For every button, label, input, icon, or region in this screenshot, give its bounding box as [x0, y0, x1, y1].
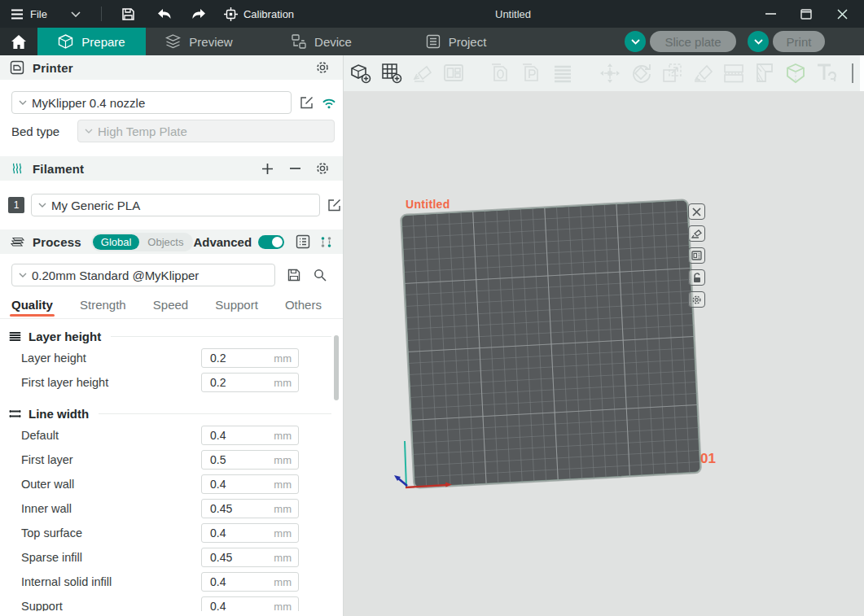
bed-type-value: High Temp Plate [98, 125, 187, 138]
print-options-button[interactable] [748, 31, 769, 52]
support-paint-icon[interactable] [752, 61, 777, 85]
tab-project-label: Project [449, 35, 487, 49]
param-row: Sparse infill 0.45 mm [0, 545, 343, 570]
delete-plate-icon[interactable] [688, 203, 705, 220]
add-filament-icon[interactable] [260, 161, 274, 176]
print-button[interactable]: Print [773, 31, 825, 52]
lock-plate-icon[interactable] [688, 269, 705, 286]
process-tabs: Quality Strength Speed Support Others [0, 293, 343, 319]
support-line-width-input[interactable]: 0.4 mm [201, 596, 299, 611]
internal-solid-infill-line-width-input[interactable]: 0.4 mm [201, 572, 299, 592]
top-surface-line-width-input[interactable]: 0.4 mm [201, 523, 299, 543]
first-layer-height-input[interactable]: 0.2 mm [201, 373, 299, 392]
file-menu-label: File [30, 8, 47, 20]
rotate-icon[interactable] [629, 61, 653, 85]
tab-support[interactable]: Support [215, 298, 258, 318]
calibration-button[interactable]: Calibration [224, 7, 294, 21]
line-width-group-header: Line width [0, 404, 343, 423]
import-params-icon[interactable] [520, 61, 544, 85]
search-params-icon[interactable] [313, 268, 327, 282]
arrange-plate-icon[interactable] [688, 247, 705, 264]
slice-plate-button[interactable]: Slice plate [650, 31, 736, 52]
cut-icon[interactable] [721, 61, 746, 85]
plate-settings-icon[interactable] [688, 291, 705, 308]
outer-wall-line-width-input[interactable]: 0.4 mm [201, 474, 299, 494]
tab-strength[interactable]: Strength [80, 298, 126, 318]
printer-preset-select[interactable]: MyKlipper 0.4 nozzle [11, 91, 292, 114]
tab-others[interactable]: Others [285, 298, 322, 318]
home-button[interactable] [0, 28, 37, 55]
maximize-icon[interactable] [794, 3, 818, 24]
settings-scrollbar[interactable] [334, 335, 339, 400]
remove-filament-icon[interactable] [287, 161, 302, 176]
layers-icon[interactable] [550, 61, 575, 85]
move-icon[interactable] [598, 61, 622, 85]
line-width-icon [8, 407, 22, 421]
build-plate[interactable] [401, 199, 701, 488]
chevron-down-icon [19, 100, 27, 105]
tab-prepare-label: Prepare [81, 35, 125, 49]
plate-name-label[interactable]: Untitled [406, 198, 450, 211]
tab-quality[interactable]: Quality [11, 298, 53, 318]
sidebar-panel: Printer MyKlipper 0.4 nozzle Bed t [0, 55, 344, 616]
param-row: Layer height 0.2 mm [0, 346, 343, 370]
file-menu[interactable]: File [10, 3, 47, 24]
auto-orient-icon[interactable] [410, 61, 435, 85]
undo-icon[interactable] [154, 3, 175, 24]
process-section-title: Process [33, 235, 81, 249]
import-objects-icon[interactable] [489, 61, 513, 85]
param-row: First layer 0.5 mm [0, 448, 343, 472]
printer-preset-value: MyKlipper 0.4 nozzle [32, 96, 145, 110]
close-icon[interactable] [830, 3, 854, 24]
bed-type-select[interactable]: High Temp Plate [77, 120, 335, 142]
printer-settings-gear-icon[interactable] [315, 60, 330, 75]
printer-section-header: Printer [0, 55, 343, 80]
advanced-toggle[interactable] [258, 235, 284, 249]
calibration-label: Calibration [243, 8, 294, 20]
edit-printer-icon[interactable] [300, 95, 314, 110]
first-layer-line-width-input[interactable]: 0.5 mm [201, 450, 299, 470]
tab-device[interactable]: Device [277, 28, 366, 55]
place-on-face-icon[interactable] [691, 61, 715, 85]
process-preset-select[interactable]: 0.20mm Standard @MyKlipper [11, 264, 275, 286]
orient-plate-icon[interactable] [688, 225, 705, 242]
filament-slot-badge[interactable]: 1 [8, 197, 24, 213]
minimize-icon[interactable] [758, 3, 783, 24]
viewport-toolbar [344, 55, 864, 91]
scale-icon[interactable] [660, 61, 684, 85]
tab-preview[interactable]: Preview [146, 28, 252, 55]
viewport-3d[interactable]: Untitled 01 [344, 55, 864, 616]
sparse-infill-line-width-input[interactable]: 0.45 mm [201, 548, 299, 567]
edit-filament-icon[interactable] [327, 198, 341, 212]
add-model-icon[interactable] [349, 61, 373, 85]
param-row: Internal solid infill 0.4 mm [0, 570, 343, 594]
layer-height-group-header: Layer height [0, 326, 343, 346]
tab-speed[interactable]: Speed [153, 298, 188, 318]
filament-preset-select[interactable]: My Generic PLA [31, 194, 320, 216]
process-list-icon[interactable] [296, 234, 310, 249]
arrange-icon[interactable] [441, 61, 466, 85]
chevron-down-icon[interactable] [65, 3, 86, 24]
add-plate-icon[interactable] [379, 61, 404, 85]
printer-connection-wifi-icon[interactable] [322, 95, 336, 110]
scope-objects-button[interactable]: Objects [139, 234, 191, 250]
param-row: Support 0.4 mm [0, 594, 343, 611]
layer-height-input[interactable]: 0.2 mm [201, 348, 299, 368]
boolean-icon[interactable] [783, 61, 808, 85]
tab-project[interactable]: Project [411, 28, 501, 55]
tab-device-label: Device [314, 35, 352, 49]
redo-icon[interactable] [188, 3, 209, 24]
filament-settings-gear-icon[interactable] [315, 161, 330, 176]
plate-number-label: 01 [700, 451, 716, 467]
default-line-width-input[interactable]: 0.4 mm [201, 426, 299, 445]
save-icon[interactable] [118, 3, 139, 24]
compare-presets-icon[interactable] [318, 234, 333, 249]
build-plate-scene[interactable] [344, 55, 863, 616]
slice-options-button[interactable] [625, 31, 646, 52]
save-preset-icon[interactable] [287, 268, 301, 282]
tab-prepare[interactable]: Prepare [37, 28, 146, 55]
text-icon[interactable] [814, 61, 839, 85]
scope-global-button[interactable]: Global [93, 234, 140, 250]
inner-wall-line-width-input[interactable]: 0.45 mm [201, 499, 299, 518]
tab-preview-label: Preview [189, 35, 232, 49]
